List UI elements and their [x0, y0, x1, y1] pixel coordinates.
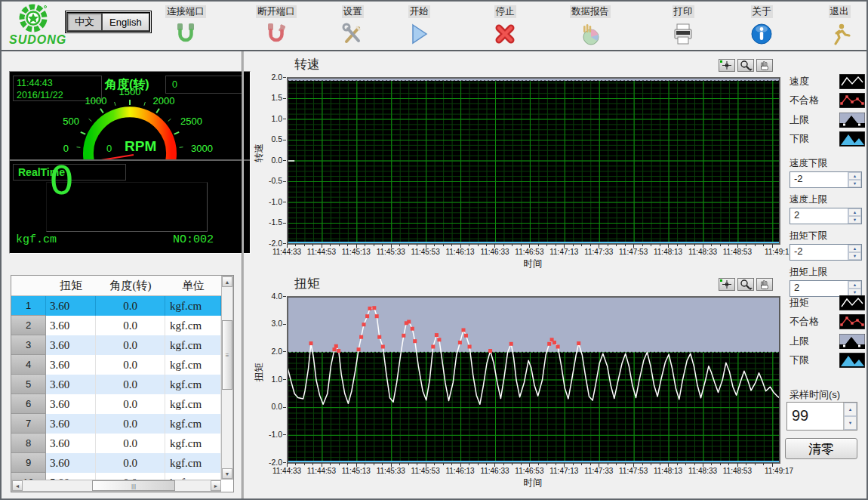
horizontal-scroll-thumb[interactable]: ||| — [92, 480, 175, 491]
crosshair-tool-icon[interactable] — [719, 59, 735, 72]
table-row-3[interactable]: 33.600.0kgf.cm — [11, 335, 221, 355]
row-number: 8 — [11, 434, 46, 453]
sample-time-up-arrow[interactable]: ▲ — [844, 403, 857, 416]
spinner-value[interactable]: -2 — [790, 172, 848, 187]
pan-tool-icon[interactable] — [756, 59, 773, 72]
x-tick-mark — [651, 244, 651, 246]
gauge-tick-3000: 3000 — [191, 143, 213, 154]
sample-time-down-arrow[interactable]: ▼ — [844, 416, 857, 430]
disconnect-port-label: 断开端口 — [256, 5, 297, 18]
table-row-9[interactable]: 93.600.0kgf.cm — [11, 453, 221, 473]
start-button[interactable]: 开始 — [400, 4, 438, 47]
settings-icon — [340, 21, 365, 47]
spinner-input[interactable]: 2▲▼ — [790, 208, 862, 224]
area-upper-swatch[interactable] — [839, 113, 865, 128]
scroll-up-button[interactable]: ▲ — [222, 276, 232, 287]
scroll-left-button[interactable]: ◄ — [12, 480, 23, 491]
table-row-8[interactable]: 83.600.0kgf.cm — [11, 434, 221, 453]
line-plain-swatch[interactable] — [839, 295, 865, 310]
spinner-up-arrow[interactable]: ▲ — [848, 245, 861, 252]
speed-legend-item-3: 下限 — [790, 130, 865, 150]
x-tick-mark — [746, 244, 746, 246]
torque-cell: 3.60 — [46, 355, 96, 375]
connect-port-button[interactable]: 连接端口 — [162, 4, 210, 47]
x-tick-mark — [374, 463, 374, 465]
table-row-4[interactable]: 43.600.0kgf.cm — [11, 355, 221, 375]
start-label: 开始 — [408, 5, 430, 18]
angle-header: 角度(转) — [96, 276, 165, 295]
area-lower-swatch[interactable] — [839, 131, 865, 147]
zoom-tool-icon[interactable] — [737, 59, 754, 72]
line-markers-swatch[interactable] — [839, 314, 865, 329]
y-tick-mark — [283, 243, 286, 244]
table-row-5[interactable]: 53.600.0kgf.cm — [11, 375, 221, 394]
spinner-value[interactable]: -2 — [790, 245, 848, 260]
lang-chinese-button[interactable]: 中文 — [67, 13, 102, 31]
area-lower-swatch[interactable] — [839, 353, 865, 368]
connect-port-label: 连接端口 — [165, 5, 206, 18]
scroll-down-button[interactable]: ▼ — [222, 468, 232, 479]
data-report-button[interactable]: 数据报告 — [566, 4, 614, 47]
table-row-1[interactable]: 13.600.0kgf.cm — [11, 296, 221, 316]
horizontal-scrollbar[interactable]: ◄ ||| ► — [11, 480, 221, 492]
sample-time-value[interactable]: 99 — [787, 403, 843, 430]
pan-tool-icon[interactable] — [756, 278, 773, 291]
x-tick-mark — [608, 463, 608, 465]
spinner-down-arrow[interactable]: ▼ — [848, 180, 861, 187]
vertical-scroll-thumb[interactable]: ≡ — [222, 320, 232, 390]
y-tick-label: 0.0 — [251, 156, 282, 165]
legend-label: 下限 — [790, 132, 809, 146]
spinner-value[interactable]: 2 — [790, 208, 848, 224]
spinner-down-arrow[interactable]: ▼ — [848, 252, 861, 260]
table-row-2[interactable]: 23.600.0kgf.cm — [11, 316, 221, 335]
spinner-up-arrow[interactable]: ▲ — [848, 281, 861, 289]
zoom-tool-icon[interactable] — [737, 278, 754, 291]
scroll-right-button[interactable]: ► — [211, 480, 221, 491]
spinner-input[interactable]: -2▲▼ — [790, 171, 862, 188]
print-button[interactable]: 打印 — [664, 4, 702, 47]
clear-button[interactable]: 清零 — [785, 438, 857, 459]
x-tick-mark — [304, 463, 305, 465]
table-row-10[interactable]: 105.800.0kgf.cm — [11, 473, 221, 480]
line-plain-swatch[interactable] — [839, 74, 865, 89]
speed-chart-plot[interactable] — [287, 77, 779, 243]
about-button[interactable]: 关于 — [743, 4, 780, 47]
stop-button[interactable]: 停止 — [486, 4, 524, 47]
torque-legend: 扭矩不合格上限下限 — [790, 293, 865, 370]
vertical-scrollbar[interactable]: ▲ ≡ ▼ — [221, 276, 233, 480]
torque-chart-plot[interactable] — [287, 296, 779, 462]
area-upper-swatch[interactable] — [839, 334, 865, 349]
unit-cell: kgf.cm — [165, 434, 221, 453]
spinner-3: 扭矩上限2▲▼ — [790, 266, 862, 297]
disconnect-port-button[interactable]: 断开端口 — [252, 4, 300, 47]
row-number: 1 — [11, 296, 46, 316]
speed-chart-title: 转速 — [294, 56, 320, 73]
x-tick-mark — [728, 463, 729, 465]
table-row-7[interactable]: 73.600.0kgf.cm — [11, 414, 221, 434]
x-tick-mark — [746, 463, 746, 465]
torque-cell: 3.60 — [46, 296, 96, 316]
spinner-label: 扭矩下限 — [790, 230, 862, 242]
spinner-down-arrow[interactable]: ▼ — [848, 216, 861, 224]
y-tick-label: -1.0 — [251, 197, 282, 206]
x-tick-mark — [642, 463, 643, 465]
exit-button[interactable]: 退出 — [823, 4, 856, 47]
settings-button[interactable]: 设置 — [334, 4, 371, 47]
angle-cell: 0.0 — [96, 434, 165, 453]
brand-text: SUDONG — [9, 33, 66, 47]
spinner-up-arrow[interactable]: ▲ — [848, 172, 861, 180]
spinner-input[interactable]: -2▲▼ — [790, 244, 862, 261]
crosshair-tool-icon[interactable] — [719, 278, 735, 291]
line-markers-swatch[interactable] — [839, 93, 865, 108]
spinner-up-arrow[interactable]: ▲ — [848, 208, 861, 216]
table-row-6[interactable]: 63.600.0kgf.cm — [11, 394, 221, 414]
x-tick-mark — [573, 244, 574, 246]
y-tick-label: 1.0 — [251, 114, 282, 123]
unit-cell: kgf.cm — [165, 394, 221, 414]
x-tick-mark — [625, 463, 626, 465]
x-tick-mark — [546, 244, 547, 246]
legend-label: 上限 — [790, 113, 809, 127]
lang-english-button[interactable]: English — [102, 13, 149, 31]
settings-label: 设置 — [342, 5, 364, 18]
x-tick-mark — [382, 463, 383, 465]
